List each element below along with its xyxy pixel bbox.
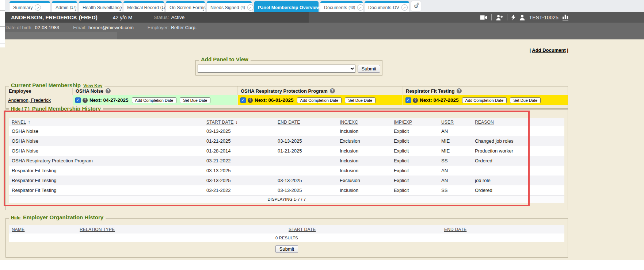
cell-reason [472, 166, 564, 176]
tab-documents[interactable]: Documents (40) ↗ [320, 1, 363, 12]
sort-start-date-header[interactable]: START DATE [289, 227, 316, 232]
popout-icon[interactable]: ↗ [35, 4, 41, 11]
tab-documents-dv[interactable]: Documents-DV ↗ [365, 1, 409, 12]
cell-inc: Exclusion [337, 136, 391, 146]
cell-reason: Production worker [472, 146, 564, 156]
cell-user: SS [439, 156, 472, 166]
popout-icon[interactable]: ↗ [357, 4, 363, 11]
employer-hide-link[interactable]: Hide [11, 215, 20, 220]
current-membership-legend: Current Panel Membership [11, 82, 81, 88]
sort-start-date-header[interactable]: START DATE [206, 120, 233, 125]
panel-checkbox[interactable]: ✓ [75, 97, 81, 103]
tab-label: Medical Record [127, 5, 159, 10]
sort-end-date-header[interactable]: END DATE [278, 120, 300, 125]
cell-inc: Inclusion [337, 156, 391, 166]
tab-on-screen-forms[interactable]: On Screen Forms [166, 1, 205, 12]
tab-health-surveillance[interactable]: Health Surveillance (1) [79, 1, 122, 12]
add-panel-select[interactable] [198, 65, 355, 73]
history-header-row: PANEL↑ START DATE↓ END DATE INC/EXC IMP/… [9, 118, 564, 126]
employer-submit-button[interactable]: Submit [275, 245, 298, 253]
employer-legend: Employer Organization History [23, 214, 103, 220]
help-icon[interactable]: ? [413, 98, 418, 103]
sort-asc-icon: ↑ [28, 120, 30, 125]
add-completion-date-button[interactable]: Add Completion Date [297, 97, 342, 103]
help-icon[interactable]: ? [330, 88, 335, 93]
help-icon[interactable]: ? [248, 98, 253, 103]
cell-imp: Explicit [391, 166, 439, 176]
email-value: horner@mieweb.com [88, 25, 134, 30]
user-icon[interactable] [519, 15, 525, 20]
panel-checkbox[interactable]: ✓ [240, 97, 246, 103]
tab-needs-signed[interactable]: Needs Signed (4) ↗ [207, 1, 252, 12]
tab-label: Needs Signed [210, 5, 239, 10]
add-panel-submit-button[interactable]: Submit [358, 65, 380, 73]
history-table: PANEL↑ START DATE↓ END DATE INC/EXC IMP/… [9, 118, 564, 203]
settings-gear-button[interactable]: ⚙ ⚙ [411, 1, 421, 11]
add-panel-legend: Add Panel to View [201, 56, 248, 62]
sort-user-header[interactable]: USER [441, 120, 454, 125]
cell-start: 03-13-2025 [204, 126, 275, 136]
cell-end [275, 156, 337, 166]
add-completion-date-button[interactable]: Add Completion Date [132, 97, 177, 103]
tab-panel-membership-overview[interactable]: Panel Membership Overview [254, 1, 319, 12]
tab-count: (4) [241, 5, 245, 9]
current-membership-data-row: Anderson, Frederick ✓ ? Next: 04-27-2025… [6, 95, 568, 105]
flowsheet-chart-icon[interactable] [563, 15, 568, 20]
set-due-date-button[interactable]: Set Due Date [180, 97, 210, 103]
status-value: Active [171, 15, 184, 20]
sort-imp-exp-header[interactable]: IMP/EXP [394, 120, 412, 125]
employer-label: Employer: [148, 25, 169, 30]
tab-bar: Summary ↗ Admin (17) Health Surveillance… [0, 0, 644, 12]
patient-header-spacer-block [0, 32, 117, 39]
cell-user: SS [439, 185, 472, 195]
tab-medical-record[interactable]: Medical Record (17) [123, 1, 164, 12]
tab-label: On Screen Forms [169, 5, 206, 10]
add-completion-date-button[interactable]: Add Completion Date [462, 97, 507, 103]
sort-end-date-header[interactable]: END DATE [444, 227, 466, 232]
employee-link[interactable]: Anderson, Frederick [8, 97, 51, 103]
panel-checkbox[interactable]: ✓ [405, 97, 411, 103]
employer-header-row: NAME RELATION TYPE START DATE END DATE [9, 225, 564, 234]
cell-end: 01-21-2025 [275, 146, 337, 156]
popout-icon[interactable]: ↗ [401, 4, 408, 11]
tab-summary[interactable]: Summary ↗ [9, 1, 50, 12]
table-row: OSHA Respiratory Protection Program 03-2… [9, 156, 564, 166]
popout-icon[interactable]: ↗ [247, 4, 254, 11]
table-row: Respirator Fit Testing 03-13-2025 03-13-… [9, 176, 564, 185]
set-due-date-button[interactable]: Set Due Date [345, 97, 376, 103]
add-user-icon[interactable] [496, 15, 503, 20]
col-osha-respiratory: OSHA Respiratory Protection Program [241, 88, 328, 94]
help-icon[interactable]: ? [457, 88, 462, 93]
cell-panel: OSHA Noise [9, 126, 204, 136]
employer-table: NAME RELATION TYPE START DATE END DATE 0… [9, 225, 564, 253]
sort-desc-icon: ↓ [235, 120, 237, 125]
patient-subheader-bar: Date of birth: 02-08-1983 Email: horner@… [0, 23, 644, 32]
help-icon[interactable]: ? [106, 88, 111, 93]
pipe: | [530, 47, 531, 53]
sort-inc-exc-header[interactable]: INC/EXC [340, 120, 358, 125]
set-due-date-button[interactable]: Set Due Date [510, 97, 541, 103]
cell-start: 03-21-2022 [204, 185, 275, 195]
main-content: | Add Document | Add Panel to View Submi… [0, 39, 644, 260]
history-hide-link[interactable]: Hide ( 7 ) [11, 107, 30, 112]
cell-panel: OSHA Noise [9, 146, 204, 156]
video-camera-icon[interactable] [480, 15, 487, 20]
table-row: OSHA Noise 01-21-2025 03-13-2025 Exclusi… [9, 136, 564, 146]
table-row: Respirator Fit Testing 03-21-2022 03-13-… [9, 185, 564, 195]
tab-admin[interactable]: Admin (17) [52, 1, 77, 12]
help-icon[interactable]: ? [83, 98, 88, 103]
sort-relation-type-header[interactable]: RELATION TYPE [80, 227, 115, 232]
sort-name-header[interactable]: NAME [12, 227, 24, 232]
cell-start: 01-21-2025 [204, 136, 275, 146]
lightning-bolt-icon[interactable] [511, 14, 515, 20]
history-fieldset: Hide ( 7 ) Panel Membership History PANE… [5, 109, 568, 210]
add-document-link[interactable]: Add Document [532, 47, 565, 53]
sort-panel-header[interactable]: PANEL [12, 120, 26, 125]
collapsed-side-rail[interactable] [0, 0, 5, 47]
cell-imp: Explicit [391, 126, 439, 136]
cell-panel: OSHA Respiratory Protection Program [9, 156, 204, 166]
add-document-row: | Add Document | [530, 47, 569, 53]
sort-reason-header[interactable]: REASON [475, 120, 494, 125]
cell-imp: Explicit [391, 136, 439, 146]
view-key-link[interactable]: View Key [83, 83, 102, 88]
